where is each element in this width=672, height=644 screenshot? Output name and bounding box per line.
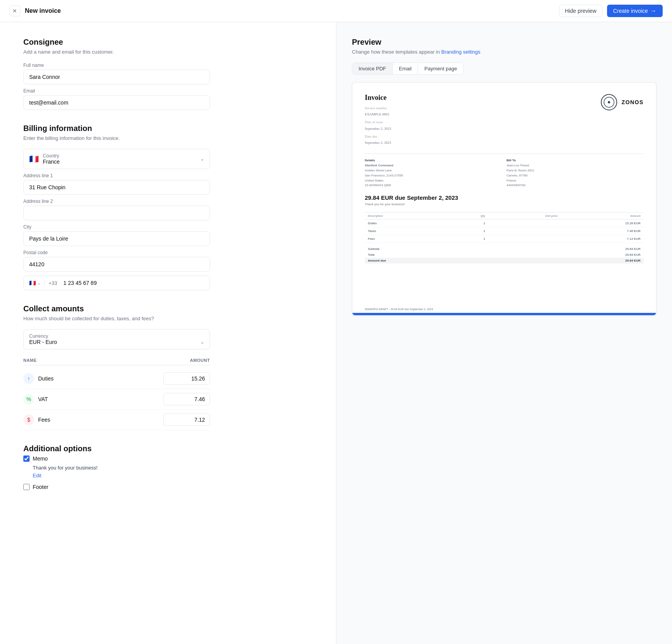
invoice-preview: Invoice Invoice number EXAMPLE-0001 Date… [352, 82, 656, 316]
table-row: Fees 1 7.12 EUR [365, 235, 644, 243]
consignee-title: Consignee [23, 38, 210, 47]
branding-settings-link[interactable]: Branding settings [441, 49, 480, 55]
city-field: City [23, 224, 210, 246]
phone-field: 🇫🇷 ⌄ +33 [23, 276, 210, 290]
duties-row: ↑ Duties [23, 368, 210, 389]
tab-payment-page[interactable]: Payment page [418, 63, 463, 74]
amounts-table-header: NAME AMOUNT [23, 356, 210, 365]
vat-amount-input[interactable] [163, 393, 210, 405]
zonos-logo-icon [600, 94, 618, 111]
phone-chevron-icon: ⌄ [37, 281, 40, 285]
zonos-logo-text: ZONOS [621, 99, 644, 105]
address1-input[interactable] [23, 180, 210, 195]
invoice-footer-text: 55A605PO-DRAFT - 29.84 EUR due September… [352, 305, 656, 313]
full-name-field: Full name [23, 63, 210, 84]
tab-email[interactable]: Email [393, 63, 418, 74]
fees-icon: $ [23, 414, 34, 425]
billing-section: Billing information Enter the billing in… [23, 124, 210, 290]
edit-link[interactable]: Edit [33, 473, 41, 478]
invoice-number-value: EXAMPLE-0001 [365, 111, 391, 117]
unit-header: Unit price [488, 213, 561, 220]
phone-code: +33 [49, 280, 57, 286]
currency-label: Currency [29, 333, 204, 339]
hide-preview-button[interactable]: Hide preview [559, 5, 602, 17]
vat-icon: % [23, 394, 34, 405]
bill-to: Bill To Jean-Luc Picard Paris B. Room 26… [507, 159, 644, 188]
memo-text: Thank you for your business! [33, 465, 210, 471]
country-value: France [43, 159, 60, 165]
memo-label: Memo [33, 456, 48, 462]
amount-column-header: AMOUNT [190, 358, 210, 363]
svg-point-2 [608, 101, 610, 103]
qty-header: Qty [447, 213, 488, 220]
footer-checkbox[interactable] [23, 484, 30, 490]
additional-title: Additional options [23, 444, 210, 453]
full-name-label: Full name [23, 63, 210, 68]
city-label: City [23, 224, 210, 230]
fees-amount-input[interactable] [163, 414, 210, 426]
email-label: Email [23, 88, 210, 94]
memo-row: Memo [23, 456, 210, 462]
header: ✕ New invoice Hide preview Create invoic… [0, 0, 672, 22]
postal-input[interactable] [23, 257, 210, 272]
chevron-down-icon: ⌄ [200, 156, 204, 162]
currency-chevron-icon: ⌄ [200, 339, 204, 345]
country-field-wrapper: 🇫🇷 Country France ⌄ [23, 149, 210, 169]
city-input[interactable] [23, 231, 210, 246]
full-name-input[interactable] [23, 70, 210, 84]
fees-label: Fees [38, 417, 50, 423]
collect-title: Collect amounts [23, 304, 210, 313]
total-row: Total 29.84 EUR [365, 252, 644, 258]
amount-due-text: 29.84 EUR due September 2, 2023 [365, 194, 644, 201]
vat-label: VAT [38, 396, 48, 402]
address1-label: Address line 1 [23, 173, 210, 178]
preview-tabs: Invoice PDF Email Payment page [352, 63, 464, 75]
name-column-header: NAME [23, 358, 37, 363]
phone-input-container: 🇫🇷 ⌄ +33 [23, 276, 210, 290]
close-button[interactable]: ✕ [9, 5, 20, 16]
billing-title: Billing information [23, 124, 210, 133]
amounts-table: NAME AMOUNT ↑ Duties % VAT [23, 356, 210, 430]
header-left: ✕ New invoice [9, 5, 61, 16]
amount-due-row: Amount due 29.84 EUR [365, 258, 644, 264]
invoice-content: Invoice Invoice number EXAMPLE-0001 Date… [352, 83, 656, 305]
preview-desc: Change how these templates appear in Bra… [352, 49, 656, 55]
duties-label: Duties [38, 375, 54, 382]
phone-number-input[interactable] [63, 280, 204, 286]
page-title: New invoice [25, 7, 61, 14]
currency-select[interactable]: Currency EUR - Euro ⌄ [23, 329, 210, 349]
country-select[interactable]: 🇫🇷 Country France ⌄ [23, 149, 210, 169]
create-invoice-button[interactable]: Create invoice → [607, 5, 663, 17]
footer-label: Footer [33, 484, 48, 490]
table-row: Taxes 1 7.46 EUR [365, 227, 644, 235]
invoice-title: Invoice [365, 94, 391, 102]
subtotal-row: Subtotal 29.84 EUR [365, 246, 644, 252]
consignee-section: Consignee Add a name and email for this … [23, 38, 210, 110]
desc-header: Description [365, 213, 447, 220]
invoice-table: Description Qty Unit price Amount Duties… [365, 212, 644, 243]
duties-icon: ↑ [23, 373, 34, 384]
phone-country-selector[interactable]: 🇫🇷 ⌄ [29, 280, 45, 286]
table-row: Duties 1 15.26 EUR [365, 220, 644, 227]
additional-section: Additional options Memo Thank you for yo… [23, 444, 210, 490]
phone-flag-icon: 🇫🇷 [29, 280, 36, 286]
invoice-details: Details Starfleet Command Golden Street … [365, 159, 644, 188]
invoice-issue-value: September 2, 2023 [365, 126, 391, 132]
address2-input[interactable] [23, 206, 210, 220]
thank-you-text: Thank you for your business! [365, 202, 644, 206]
memo-checkbox[interactable] [23, 456, 30, 462]
address1-field: Address line 1 [23, 173, 210, 195]
tab-invoice-pdf[interactable]: Invoice PDF [352, 63, 393, 74]
vat-row: % VAT [23, 389, 210, 410]
email-input[interactable] [23, 95, 210, 110]
right-panel: Preview Change how these templates appea… [336, 22, 672, 644]
email-field: Email [23, 88, 210, 110]
bill-from: Details Starfleet Command Golden Street … [365, 159, 502, 188]
billing-desc: Enter the billing information for this i… [23, 135, 210, 141]
invoice-header: Invoice Invoice number EXAMPLE-0001 Date… [365, 94, 644, 146]
duties-amount-input[interactable] [163, 372, 210, 385]
invoice-due-value: September 2, 2023 [365, 140, 391, 146]
postal-field: Postal code [23, 250, 210, 272]
invoice-left-header: Invoice Invoice number EXAMPLE-0001 Date… [365, 94, 391, 146]
fees-row: $ Fees [23, 410, 210, 430]
